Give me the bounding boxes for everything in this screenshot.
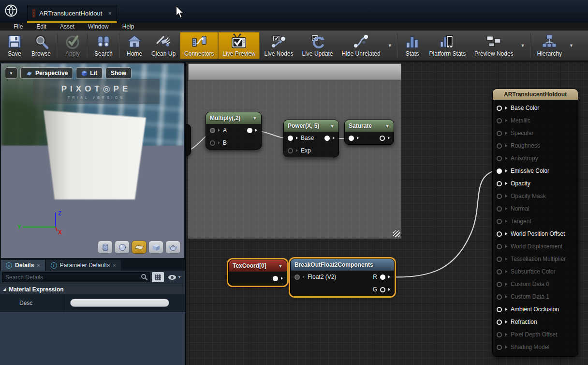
input-pin-a[interactable] [210,128,215,133]
input-pin-tangent[interactable] [497,219,502,224]
node-material-result[interactable]: ARTranslucentHoldout Base Color Metallic… [492,89,578,357]
input-pin-exp[interactable] [288,148,293,153]
input-pin-shading-model[interactable] [497,345,502,350]
output-pin-g[interactable] [380,287,385,292]
comment-box-header[interactable] [189,64,401,80]
viewport-options-button[interactable]: ▼ [5,67,17,79]
preview-nodes-button[interactable]: Preview Nodes [470,32,518,59]
input-pin-metallic[interactable] [497,118,502,123]
input-pin-world-position-offset[interactable] [497,231,502,237]
apply-button[interactable]: Apply [60,32,85,59]
plane-shape-button[interactable] [132,241,147,254]
live-preview-toggle-button[interactable]: Live Preview [218,32,260,59]
menu-asset[interactable]: Asset [53,23,81,30]
node-breakout-header[interactable]: BreakOutFloat2Components [291,259,394,271]
node-power-header[interactable]: Power(X, 5) ▼ [284,120,338,132]
input-pin-tessellation-multiplier[interactable] [497,257,502,262]
tab-close-icon[interactable]: × [108,10,112,17]
output-pin[interactable] [380,136,385,141]
live-nodes-toggle-button[interactable]: Live Nodes [260,32,297,59]
input-pin-opacity[interactable] [497,181,502,186]
hide-unrelated-toggle-button[interactable]: Hide Unrelated [338,32,385,59]
node-texcoord[interactable]: TexCoord[0] ▼ [228,259,287,286]
menu-help[interactable]: Help [116,23,141,30]
search-details-input[interactable] [2,272,150,282]
node-saturate[interactable]: Saturate ▼ [344,120,394,145]
input-pin-ambient-occlusion[interactable] [497,307,502,312]
home-button[interactable]: Home [122,32,147,59]
node-multiply[interactable]: Multiply(,2) ▼ A B [206,112,262,150]
output-pin[interactable] [324,136,330,141]
input-pin-opacity-mask[interactable] [497,194,502,199]
input-pin-refraction[interactable] [497,319,502,325]
chevron-down-icon[interactable]: ▼ [252,116,257,121]
input-pin-anisotropy[interactable] [497,156,502,161]
input-pin[interactable] [349,136,354,141]
teapot-shape-button[interactable] [165,241,180,254]
input-pin-base[interactable] [288,136,293,141]
menu-edit[interactable]: Edit [29,23,53,30]
asset-tab[interactable]: ARTranslucentHoldout × [27,5,117,21]
pin-arrow-icon [505,182,507,185]
stats-button[interactable]: Stats [400,32,425,59]
platform-stats-button[interactable]: Platform Stats [425,32,470,59]
node-breakout-float2[interactable]: BreakOutFloat2Components Float2 (V2) R G [290,259,395,296]
input-pin-normal[interactable] [497,206,502,212]
tab-details[interactable]: i Details × [1,260,45,271]
hierarchy-button[interactable]: Hierarchy [533,32,566,59]
input-pin-float2[interactable] [294,274,300,280]
node-saturate-header[interactable]: Saturate ▼ [345,120,394,132]
material-pin-row: World Displacement [493,240,578,253]
cube-shape-button[interactable] [148,241,163,254]
property-matrix-button[interactable] [152,272,164,282]
hierarchy-dropdown-icon[interactable]: ▼ [566,43,576,48]
output-pin-r[interactable] [380,274,385,280]
material-graph-canvas[interactable]: Multiply(,2) ▼ A B Power(X, 5) ▼ [186,62,588,365]
tab-close-icon[interactable]: × [113,262,116,268]
show-menu-button[interactable]: Show [105,67,132,79]
input-pin-emissive-color[interactable] [497,168,502,174]
material-result-header[interactable]: ARTranslucentHoldout [493,89,578,100]
connectors-toggle-button[interactable]: Connectors [180,32,218,59]
input-pin-custom-data-1[interactable] [497,294,502,300]
preview-viewport[interactable]: PIXOT◎PE TRIAL VERSION ▼ Perspective Lit [0,62,185,259]
input-pin-specular[interactable] [497,131,502,136]
input-pin-base-color[interactable] [497,106,502,111]
menu-window[interactable]: Window [81,23,116,30]
axis-gizmo: Z Y X [15,209,68,238]
pin-row-a: A [206,124,261,137]
cylinder-shape-button[interactable] [98,241,113,254]
material-expression-section-header[interactable]: ◢ Material Expression [0,284,185,294]
comment-resize-handle[interactable] [393,230,400,237]
input-pin-pixel-depth-offset[interactable] [497,332,502,337]
hide-unrelated-dropdown-icon[interactable]: ▼ [385,43,395,48]
input-pin-world-displacement[interactable] [497,244,502,249]
tab-close-icon[interactable]: × [37,262,40,268]
browse-button[interactable]: Browse [27,32,55,59]
input-pin-roughness[interactable] [497,143,502,149]
perspective-button[interactable]: Perspective [20,67,73,79]
lit-mode-button[interactable]: Lit [76,67,103,79]
tab-parameter-defaults[interactable]: i Parameter Defaults × [46,260,121,271]
clean-up-button[interactable]: Clean Up [147,32,180,59]
chevron-down-icon[interactable]: ▼ [385,123,390,129]
node-multiply-header[interactable]: Multiply(,2) ▼ [206,112,261,124]
node-power[interactable]: Power(X, 5) ▼ Base Exp [283,120,339,157]
input-pin-subsurface-color[interactable] [497,269,502,274]
preview-nodes-dropdown-icon[interactable]: ▼ [518,43,528,48]
save-button[interactable]: Save [2,32,27,59]
input-pin-b[interactable] [210,140,215,146]
input-pin-custom-data-0[interactable] [497,282,502,287]
chevron-down-icon[interactable]: ▼ [278,263,283,269]
sphere-shape-button[interactable] [115,241,130,254]
output-pin[interactable] [247,128,252,133]
offscreen-node-stub[interactable] [186,124,191,156]
desc-text-field[interactable] [70,299,169,307]
node-texcoord-header[interactable]: TexCoord[0] ▼ [229,260,287,272]
output-pin[interactable] [273,276,278,281]
chevron-down-icon[interactable]: ▼ [330,123,335,129]
search-button[interactable]: Search [90,32,117,59]
live-update-toggle-button[interactable]: Live Update [298,32,338,59]
menu-file[interactable]: File [7,23,29,30]
view-options-button[interactable]: ▼ [166,274,183,280]
